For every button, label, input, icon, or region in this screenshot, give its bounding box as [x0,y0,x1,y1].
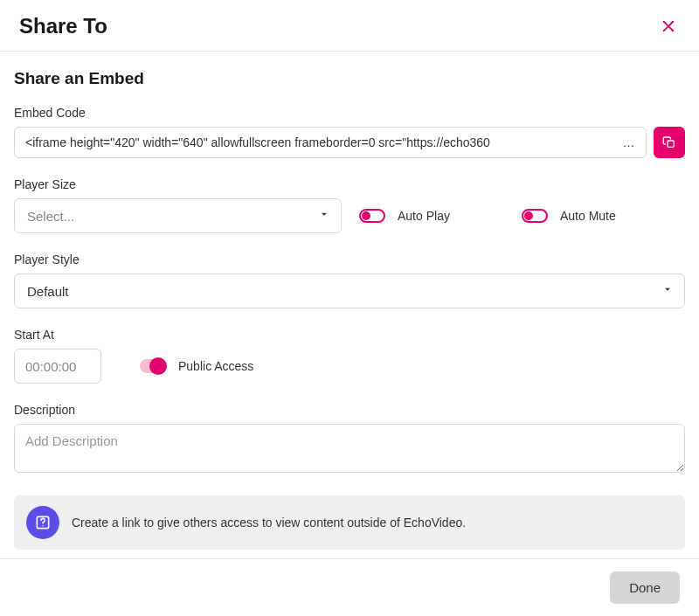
description-textarea[interactable] [14,424,685,473]
auto-play-label: Auto Play [398,209,450,223]
section-title: Share an Embed [14,69,685,88]
embed-code-label: Embed Code [14,106,685,120]
info-icon-wrap [26,506,59,539]
modal-body: Share an Embed Embed Code Player Size Se… [0,52,699,558]
embed-code-input[interactable] [14,127,647,158]
start-at-label: Start At [14,328,685,342]
player-style-value: Default [27,284,69,299]
player-style-select[interactable]: Default [14,273,685,308]
auto-play-toggle[interactable] [359,209,385,223]
start-at-input[interactable] [14,349,101,384]
copy-icon [662,135,676,149]
embed-code-row [14,127,685,158]
start-at-section: Start At Public Access [14,328,685,384]
auto-play-group: Auto Play [359,209,450,223]
info-text: Create a link to give others access to v… [72,516,466,529]
player-size-section: Player Size [14,177,342,191]
auto-mute-label: Auto Mute [560,209,616,223]
player-size-label: Player Size [14,177,342,191]
svg-rect-2 [668,141,674,147]
modal-header: Share To [0,0,699,52]
help-icon [34,514,52,531]
public-access-group: Public Access [140,359,253,373]
player-size-row: Select... Auto Play Auto Mute [14,198,685,233]
description-section: Description [14,403,685,476]
chevron-down-icon [318,208,330,224]
public-access-label: Public Access [178,359,253,373]
auto-mute-toggle[interactable] [522,209,548,223]
copy-button[interactable] [654,127,685,158]
description-label: Description [14,403,685,417]
done-button[interactable]: Done [610,571,680,604]
close-button[interactable] [657,15,680,38]
auto-mute-group: Auto Mute [522,209,616,223]
player-style-section: Player Style Default [14,253,685,308]
svg-point-4 [42,525,43,526]
player-size-select[interactable]: Select... [14,198,342,233]
info-banner: Create a link to give others access to v… [14,495,685,550]
modal-footer: Done [0,558,699,616]
player-style-label: Player Style [14,253,685,266]
close-icon [661,18,676,34]
embed-code-section: Embed Code [14,106,685,158]
start-at-row: Public Access [14,349,685,384]
player-size-placeholder: Select... [27,209,74,224]
public-access-toggle[interactable] [140,359,166,373]
chevron-down-icon [661,283,674,299]
modal-title: Share To [19,14,107,38]
